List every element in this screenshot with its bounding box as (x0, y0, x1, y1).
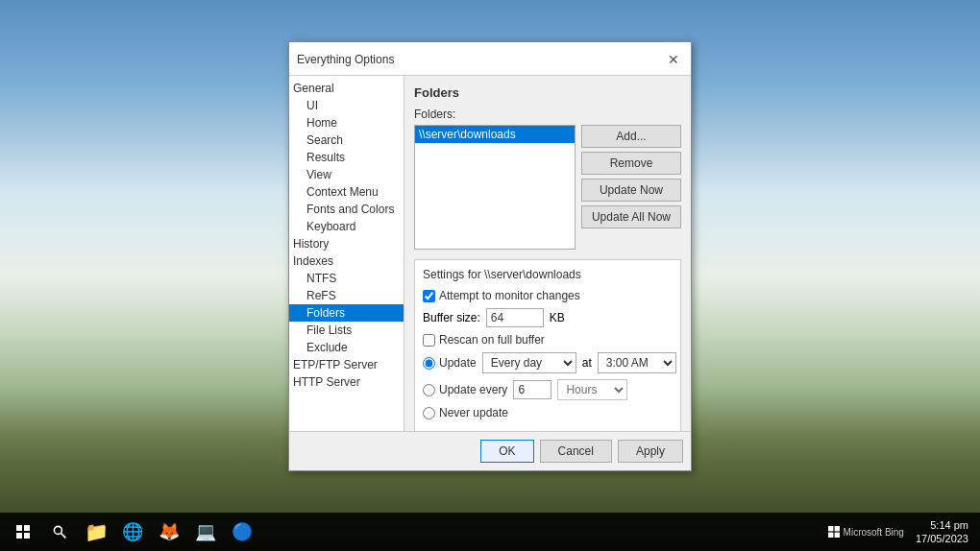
dialog-titlebar: Everything Options ✕ (289, 42, 691, 76)
taskbar: 📁 🌐 🦊 💻 🔵 Microsoft Bing 5:14 pm 17/05/2… (0, 513, 980, 551)
taskbar-tray: Microsoft Bing 5:14 pm 17/05/2023 (828, 518, 976, 546)
main-panel: Folders Folders: \\server\downloads Add.… (404, 76, 691, 431)
dialog-body: General UI Home Search Results View Cont… (289, 76, 691, 431)
svg-rect-7 (834, 526, 839, 531)
update-radio-text: Update (439, 356, 477, 370)
svg-rect-2 (16, 533, 22, 539)
rescan-label[interactable]: Rescan on full buffer (423, 333, 545, 347)
sidebar-item-context-menu[interactable]: Context Menu (289, 183, 404, 201)
folder-item[interactable]: \\server\downloads (415, 126, 575, 143)
svg-point-4 (54, 526, 61, 534)
svg-rect-3 (24, 533, 30, 539)
taskbar-chrome-icon[interactable]: 🌐 (115, 515, 150, 549)
ok-button[interactable]: OK (480, 440, 533, 463)
sidebar-item-etp-ftp[interactable]: ETP/FTP Server (289, 356, 404, 373)
update-all-now-button[interactable]: Update All Now (581, 205, 681, 228)
rescan-checkbox[interactable] (423, 334, 435, 347)
update-time-select[interactable]: 3:00 AM 6:00 AM 12:00 AM (598, 352, 676, 373)
svg-rect-6 (828, 526, 833, 531)
svg-rect-8 (828, 533, 833, 538)
settings-group: Settings for \\server\downloads Attempt … (414, 259, 681, 431)
sidebar-item-search[interactable]: Search (289, 132, 404, 149)
update-every-row: Update every Hours Minutes Days (423, 379, 673, 400)
buffer-size-row: Buffer size: KB (423, 308, 673, 327)
sidebar-item-file-lists[interactable]: File Lists (289, 322, 404, 339)
folders-buttons: Add... Remove Update Now Update All Now (581, 125, 681, 250)
bing-text: Microsoft Bing (844, 527, 904, 538)
at-label: at (582, 356, 592, 370)
taskbar-date-value: 17/05/2023 (916, 532, 968, 545)
apply-button[interactable]: Apply (618, 440, 683, 463)
update-frequency-select[interactable]: Every day Every week Every month (482, 352, 576, 373)
update-now-button[interactable]: Update Now (581, 179, 681, 202)
never-update-radio[interactable] (423, 407, 435, 419)
taskbar-app2-icon[interactable]: 💻 (188, 515, 223, 549)
dialog-overlay: Everything Options ✕ General UI Home Sea… (0, 0, 980, 551)
sidebar-item-folders[interactable]: Folders (289, 304, 404, 322)
buffer-size-unit: KB (550, 311, 565, 324)
taskbar-search-icon[interactable] (42, 515, 77, 549)
sidebar-item-ntfs[interactable]: NTFS (289, 270, 404, 287)
cancel-button[interactable]: Cancel (540, 440, 612, 463)
sidebar-item-keyboard[interactable]: Keyboard (289, 218, 404, 235)
never-update-text: Never update (439, 406, 508, 419)
dialog-footer: OK Cancel Apply (289, 431, 691, 470)
folders-row: \\server\downloads Add... Remove Update … (414, 125, 681, 250)
svg-rect-0 (16, 525, 22, 531)
update-every-radio[interactable] (423, 384, 435, 396)
sidebar-item-home[interactable]: Home (289, 114, 404, 132)
sidebar-item-indexes[interactable]: Indexes (289, 252, 404, 270)
bing-label: Microsoft Bing (828, 526, 904, 538)
attempt-monitor-row: Attempt to monitor changes (423, 289, 673, 302)
every-value-input[interactable] (513, 380, 551, 399)
dialog-close-button[interactable]: ✕ (664, 50, 683, 69)
add-button[interactable]: Add... (581, 125, 681, 148)
every-unit-select[interactable]: Hours Minutes Days (557, 379, 627, 400)
buffer-size-label: Buffer size: (423, 311, 480, 324)
sidebar-item-results[interactable]: Results (289, 149, 404, 166)
sidebar-item-http[interactable]: HTTP Server (289, 373, 404, 391)
update-radio[interactable] (423, 357, 435, 370)
attempt-monitor-label[interactable]: Attempt to monitor changes (423, 289, 580, 302)
sidebar-item-fonts-colors[interactable]: Fonts and Colors (289, 201, 404, 218)
sidebar-item-history[interactable]: History (289, 235, 404, 252)
taskbar-datetime: 5:14 pm 17/05/2023 (916, 518, 968, 546)
svg-rect-9 (834, 533, 839, 538)
start-button[interactable] (4, 516, 42, 547)
never-update-radio-label[interactable]: Never update (423, 406, 508, 419)
svg-rect-1 (24, 525, 30, 531)
update-row: Update Every day Every week Every month … (423, 352, 673, 373)
sidebar-tree: General UI Home Search Results View Cont… (289, 76, 404, 431)
folders-list[interactable]: \\server\downloads (414, 125, 576, 250)
sidebar-item-exclude[interactable]: Exclude (289, 339, 404, 356)
svg-line-5 (61, 534, 66, 539)
never-update-row: Never update (423, 406, 673, 419)
rescan-text: Rescan on full buffer (439, 333, 545, 347)
taskbar-app1-icon[interactable]: 🦊 (152, 515, 186, 549)
rescan-row: Rescan on full buffer (423, 333, 673, 347)
sidebar-item-ui[interactable]: UI (289, 97, 404, 114)
attempt-monitor-checkbox[interactable] (423, 290, 435, 302)
taskbar-file-icon[interactable]: 📁 (79, 515, 113, 549)
taskbar-time-value: 5:14 pm (916, 518, 968, 532)
folders-label: Folders: (414, 108, 681, 121)
dialog-title: Everything Options (297, 53, 394, 66)
update-radio-label[interactable]: Update (423, 356, 477, 370)
update-every-text: Update every (439, 383, 507, 396)
sidebar-item-general[interactable]: General (289, 80, 404, 97)
update-every-radio-label[interactable]: Update every (423, 383, 507, 396)
sidebar-item-view[interactable]: View (289, 166, 404, 183)
everything-options-dialog: Everything Options ✕ General UI Home Sea… (288, 41, 692, 471)
attempt-monitor-text: Attempt to monitor changes (439, 289, 580, 302)
taskbar-icons: 📁 🌐 🦊 💻 🔵 (42, 515, 828, 549)
settings-title: Settings for \\server\downloads (423, 268, 673, 281)
taskbar-app3-icon[interactable]: 🔵 (225, 515, 259, 549)
sidebar-item-refs[interactable]: ReFS (289, 287, 404, 304)
section-title: Folders (414, 85, 681, 100)
remove-button[interactable]: Remove (581, 152, 681, 175)
buffer-size-input[interactable] (486, 308, 544, 327)
